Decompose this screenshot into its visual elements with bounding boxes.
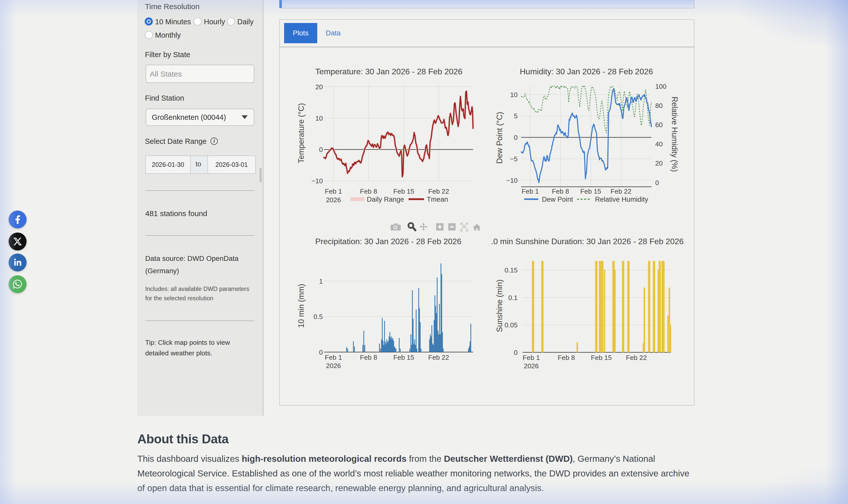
svg-text:Feb 22: Feb 22	[610, 187, 631, 195]
svg-text:10: 10	[315, 114, 323, 122]
svg-text:−10: −10	[506, 177, 518, 184]
svg-text:0: 0	[319, 348, 323, 356]
svg-text:Feb 22: Feb 22	[428, 187, 449, 195]
svg-text:40: 40	[655, 140, 662, 148]
svg-text:Feb 8: Feb 8	[360, 187, 377, 195]
svg-text:Feb 22: Feb 22	[428, 354, 449, 361]
svg-text:2026: 2026	[524, 362, 539, 370]
svg-text:10 min (mm): 10 min (mm)	[297, 284, 306, 328]
svg-text:Sunshine (min): Sunshine (min)	[495, 280, 504, 332]
svg-text:Tmean: Tmean	[427, 196, 448, 203]
svg-text:Humidity: 30 Jan 2026 - 28 Fe: Humidity: 30 Jan 2026 - 28 Feb 2026	[520, 67, 653, 76]
svg-text:Feb 15: Feb 15	[393, 354, 414, 361]
svg-text:Daily Range: Daily Range	[367, 196, 404, 203]
svg-text:−5: −5	[510, 155, 518, 163]
svg-text:Feb 1: Feb 1	[522, 187, 539, 195]
svg-text:Relative Humidity (%): Relative Humidity (%)	[670, 96, 679, 172]
svg-text:Feb 8: Feb 8	[558, 354, 575, 361]
svg-text:Feb 15: Feb 15	[591, 354, 612, 361]
svg-text:2026: 2026	[326, 196, 341, 204]
svg-text:.0 min Sunshine Duration: 30: .0 min Sunshine Duration: 30 Jan 2026 - …	[491, 237, 683, 246]
svg-text:Feb 8: Feb 8	[552, 187, 569, 195]
svg-text:80: 80	[655, 102, 662, 109]
svg-text:0: 0	[514, 349, 518, 356]
svg-text:Dew Point (°C): Dew Point (°C)	[495, 112, 504, 164]
svg-text:0.15: 0.15	[504, 266, 518, 274]
svg-text:20: 20	[315, 83, 323, 91]
svg-text:−10: −10	[311, 177, 323, 185]
svg-text:Feb 22: Feb 22	[626, 354, 647, 361]
svg-text:0.05: 0.05	[504, 321, 518, 329]
svg-text:60: 60	[655, 121, 662, 129]
svg-text:Feb 8: Feb 8	[360, 354, 377, 361]
svg-text:0: 0	[655, 179, 659, 186]
svg-text:0.5: 0.5	[313, 313, 323, 321]
svg-text:0.1: 0.1	[508, 294, 518, 302]
svg-text:Feb 15: Feb 15	[580, 187, 601, 195]
svg-text:100: 100	[655, 83, 667, 90]
svg-text:20: 20	[655, 160, 662, 167]
svg-text:5: 5	[514, 112, 518, 120]
svg-text:1: 1	[319, 277, 323, 285]
svg-text:Feb 1: Feb 1	[325, 354, 342, 361]
svg-text:Dew Point: Dew Point	[542, 196, 573, 203]
svg-text:Feb 1: Feb 1	[523, 354, 540, 361]
svg-text:Temperature (°C): Temperature (°C)	[297, 103, 306, 163]
svg-text:Feb 15: Feb 15	[393, 187, 414, 195]
svg-text:Precipitation: 30 Jan 2026 -: Precipitation: 30 Jan 2026 - 28 Feb 2026	[315, 237, 462, 246]
svg-text:10: 10	[510, 91, 518, 98]
svg-text:Feb 1: Feb 1	[325, 187, 342, 195]
svg-text:0: 0	[514, 134, 518, 141]
svg-text:Temperature: 30 Jan 2026 - 28: Temperature: 30 Jan 2026 - 28 Feb 2026	[315, 67, 463, 76]
svg-text:0: 0	[319, 146, 323, 154]
svg-text:2026: 2026	[326, 362, 341, 370]
svg-text:Relative Humidity: Relative Humidity	[595, 196, 648, 203]
